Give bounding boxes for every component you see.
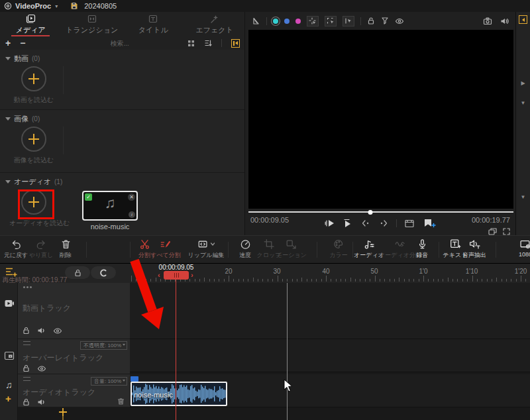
expand-panel-icon[interactable]	[519, 15, 527, 24]
section-audio-header[interactable]: オーディオ (1)	[5, 177, 62, 187]
ripple-edit-button[interactable]: リップル編集	[188, 238, 225, 260]
track-menu-icon[interactable]	[23, 286, 34, 288]
clean-brush-icon[interactable]	[381, 17, 389, 25]
magnet-snap-button[interactable]	[91, 266, 116, 279]
lock-tracks-button[interactable]	[65, 266, 90, 279]
tab-effect[interactable]: エフェクト	[184, 12, 246, 36]
delete-button[interactable]: 削除	[60, 238, 72, 260]
play-in-icon[interactable]	[325, 218, 335, 229]
overlay-track-lane[interactable]	[130, 339, 530, 372]
info-icon[interactable]: i	[129, 211, 135, 218]
app-name: VideoProc	[15, 2, 51, 10]
play-icon[interactable]	[343, 218, 353, 229]
expand-down-icon[interactable]: ▼	[521, 194, 526, 200]
mute-speaker-icon[interactable]	[500, 17, 509, 25]
ripple-edit-icon	[197, 238, 209, 250]
import-audio-label: オーディオを読込む	[9, 219, 58, 228]
import-video-button[interactable]: 動画を読込む	[9, 66, 58, 105]
collapse-triangle-icon	[5, 180, 11, 184]
progress-knob[interactable]	[368, 210, 373, 215]
snap-cursor-icon[interactable]	[307, 16, 319, 26]
expand-down-icon[interactable]: ▼	[521, 100, 526, 106]
color-palette-icon	[333, 238, 344, 250]
ruler-icon[interactable]	[252, 17, 260, 25]
expand-right-icon[interactable]: ▶	[521, 80, 525, 86]
cyan-marker-dot[interactable]	[273, 19, 278, 24]
overlay-track-header[interactable]: 不透明度: 100% オーバーレイトラック	[18, 339, 130, 374]
add-media-button[interactable]: +	[5, 38, 11, 48]
grid-view-icon[interactable]	[187, 40, 195, 47]
cell-divider	[63, 66, 64, 94]
tab-media[interactable]: メディア	[0, 12, 62, 36]
collapse-panel-icon[interactable]	[231, 39, 240, 48]
remove-clip-icon[interactable]: ✕	[128, 193, 135, 201]
speaker-icon[interactable]	[37, 398, 46, 406]
undo-button[interactable]: 元に戻す	[4, 238, 28, 260]
audio-clip-card[interactable]: ♫ ✓ ✕ i	[82, 191, 138, 221]
add-track-plus-button[interactable]	[57, 407, 69, 420]
eye-icon[interactable]	[37, 365, 46, 372]
redo-button[interactable]: やり直し	[29, 238, 54, 260]
snapshot-camera-icon[interactable]	[483, 17, 492, 25]
transport-controls	[325, 218, 436, 229]
remove-media-button[interactable]: −	[20, 38, 25, 48]
drag-handle-icon[interactable]	[23, 377, 30, 381]
audio-clip[interactable]: noise-music	[131, 382, 227, 406]
progress-track	[248, 211, 513, 213]
speed-button[interactable]: 速度	[239, 238, 251, 260]
lock-icon[interactable]	[23, 327, 30, 335]
lock-icon[interactable]	[23, 364, 30, 372]
toolbar-divider	[221, 39, 222, 47]
toolbar-divider	[396, 219, 397, 227]
blue-marker-dot[interactable]	[284, 19, 290, 24]
speaker-icon[interactable]	[37, 327, 46, 335]
lock-icon[interactable]	[367, 17, 375, 25]
app-menu-chevron-icon[interactable]: ▾	[55, 3, 58, 9]
fullscreen-icon[interactable]	[503, 228, 510, 235]
audio-extract-button[interactable]: 音声抽出	[462, 238, 486, 260]
library-tabs: メディア トランジション タイトル エフェクト	[0, 12, 245, 36]
sort-icon[interactable]	[204, 39, 212, 47]
magenta-marker-dot[interactable]	[295, 19, 301, 24]
record-button[interactable]: 録音	[416, 238, 428, 260]
color-button[interactable]: カラー	[329, 238, 347, 260]
motion-button[interactable]: モーション	[276, 238, 307, 260]
playhead-right-chevron-icon[interactable]: ›	[191, 270, 193, 280]
video-track-lane[interactable]	[130, 283, 530, 339]
add-marker-icon[interactable]	[423, 218, 436, 229]
audio-split-button[interactable]: オーディオ分離	[379, 238, 421, 260]
select-cursor-icon[interactable]	[325, 16, 337, 26]
ruler-label: 20	[214, 268, 243, 275]
prev-frame-icon[interactable]	[360, 219, 371, 228]
add-audio-track-icon[interactable]: +	[5, 393, 11, 404]
section-audio-title: オーディオ	[14, 177, 51, 187]
tab-title[interactable]: タイトル	[123, 12, 184, 36]
search-input[interactable]	[109, 39, 178, 48]
audio-track-header[interactable]: 音量: 100% オーディオトラック	[18, 374, 130, 407]
drag-handle-icon[interactable]	[23, 341, 30, 345]
snapshot-icon[interactable]	[404, 219, 415, 229]
video-track-header[interactable]: 動画トラック	[18, 283, 130, 339]
dual-view-icon[interactable]	[488, 228, 497, 235]
section-image-header[interactable]: 画像 (0)	[5, 114, 40, 124]
mouse-position-line	[287, 283, 288, 420]
playback-progress-bar[interactable]	[248, 210, 513, 214]
video-track-icon	[4, 299, 15, 308]
import-image-button[interactable]: 画像を読込む	[9, 127, 58, 165]
eye-icon[interactable]	[395, 17, 404, 25]
lock-icon[interactable]	[23, 398, 30, 406]
section-video-header[interactable]: 動画 (0)	[5, 54, 40, 64]
save-icon[interactable]	[70, 2, 78, 10]
arrow-cursor-icon[interactable]	[343, 16, 354, 26]
tab-transition[interactable]: トランジション	[62, 12, 123, 36]
export-button[interactable]: 1080	[519, 238, 530, 258]
opacity-badge[interactable]: 不透明度: 100%	[80, 341, 127, 350]
eye-icon[interactable]	[53, 327, 62, 335]
toolbar-divider	[228, 242, 229, 258]
next-frame-icon[interactable]	[378, 219, 389, 228]
video-viewport[interactable]	[248, 30, 513, 209]
delete-track-icon[interactable]	[117, 397, 125, 405]
section-video-count: (0)	[32, 55, 40, 62]
volume-badge[interactable]: 音量: 100%	[91, 377, 127, 386]
text-icon	[450, 238, 461, 250]
